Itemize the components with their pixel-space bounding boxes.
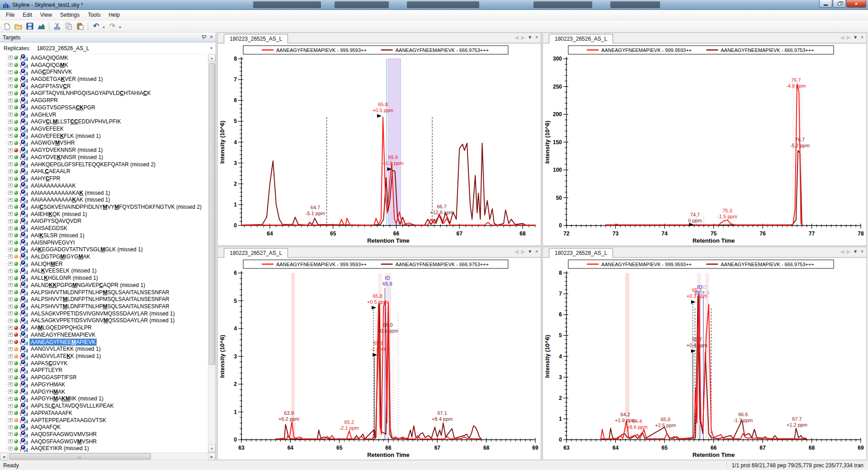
peptide-row[interactable]: +PYAAIKSLSR (missed 1) — [0, 232, 208, 239]
tree-horizontal-scrollbar[interactable]: ◀ ▶ — [0, 452, 216, 460]
peptide-row[interactable]: +PYAAGGTVSGPSSACKPGR — [0, 104, 208, 111]
expand-icon[interactable]: + — [9, 319, 13, 323]
peptide-row[interactable]: +PYAALSAGKVPPETIDSVIVGNVMQSSSDAAYLAR (mi… — [0, 310, 208, 317]
menu-item-help[interactable]: Help — [104, 10, 124, 19]
peptide-row[interactable]: +PYAAGAQIQGMK — [0, 61, 208, 69]
copy-button[interactable] — [63, 21, 74, 31]
undo-button[interactable]: ↶ — [91, 21, 101, 31]
expand-icon[interactable]: + — [9, 226, 13, 230]
expand-icon[interactable]: + — [9, 177, 13, 181]
peptide-row[interactable]: +PYAAGAQIQGMK — [0, 54, 208, 61]
peptide-row[interactable]: +PYAAPLSLCALTAVDQSVLLLKPEAK — [0, 402, 208, 409]
scroll-right-button[interactable]: ▶ — [208, 453, 216, 461]
expand-icon[interactable]: + — [9, 105, 13, 109]
expand-icon[interactable]: + — [9, 418, 13, 422]
expand-icon[interactable]: + — [9, 63, 13, 67]
peptide-row[interactable]: +PYAAGCDFNNVVK — [0, 68, 208, 75]
expand-icon[interactable]: + — [9, 446, 13, 451]
peptide-row[interactable]: +PYAAGGRPR — [0, 97, 208, 104]
close-pane-icon[interactable]: × — [535, 35, 538, 40]
expand-icon[interactable]: + — [9, 91, 13, 95]
peptide-row[interactable]: +PYAAPGYHMAKMIIK (missed 1) — [0, 395, 208, 403]
replicate-tab[interactable]: 180223_26528_AS_L — [549, 248, 613, 258]
peptide-row[interactable]: +PYAANGVVLATEKK (missed 1) — [0, 352, 208, 360]
menu-dropdown-icon[interactable]: ▼ — [853, 249, 858, 254]
peptide-row[interactable]: +PYAALPSHVVTMLDNFPTNLHPMSQLSAAITALNSESNF… — [0, 296, 208, 303]
open-button[interactable] — [13, 21, 24, 31]
targets-close-icon[interactable]: × — [210, 35, 213, 40]
peptide-row[interactable]: +PYAANEAGYFNEEMAPIEVK — [0, 331, 208, 338]
peptide-row[interactable]: +PYAANGVVLATEKK (missed 1) — [0, 345, 208, 352]
expand-icon[interactable]: + — [9, 155, 13, 159]
expand-icon[interactable]: + — [9, 397, 13, 401]
expand-icon[interactable]: + — [9, 70, 13, 74]
peptide-row[interactable]: +PYAAISNPNVEGVYI — [0, 239, 208, 246]
redo-button[interactable]: ↷ — [107, 21, 118, 31]
peptide-row[interactable]: +PYAAGHLVR — [0, 111, 208, 118]
menu-item-edit[interactable]: Edit — [19, 10, 36, 19]
peptide-row[interactable]: +PYAAICSGKVEIVAINDPFIDLNYMVYMFQYDSTHGKFN… — [0, 203, 208, 211]
peptide-row[interactable]: +PYAAIAAAAAAAAAKAK (missed 1) — [0, 196, 208, 203]
expand-icon[interactable]: + — [9, 432, 13, 436]
peptide-row[interactable]: +PYAAIAAAAAAAAAK — [0, 182, 208, 189]
expand-icon[interactable]: + — [9, 169, 13, 174]
next-tab-icon[interactable]: ▷ — [847, 35, 850, 40]
expand-icon[interactable]: + — [9, 297, 13, 301]
expand-icon[interactable]: + — [9, 191, 13, 195]
peptide-row[interactable]: +PYAAGYDVEKNNSR (missed 1) — [0, 146, 208, 154]
expand-icon[interactable]: + — [9, 382, 13, 386]
peptide-row[interactable]: +PYAAPTEPPEAPEATAAGGVTSK — [0, 417, 208, 424]
prev-tab-icon[interactable]: ◁ — [515, 35, 518, 40]
minimize-button[interactable] — [819, 0, 832, 8]
peptide-row[interactable]: +PYAALNDKKPGPGMNGAVEPCAQPR (missed 1) — [0, 282, 208, 289]
peptide-row[interactable]: +PYAAQAAFQK — [0, 423, 208, 431]
close-pane-icon[interactable]: × — [861, 249, 863, 254]
new-document-button[interactable] — [2, 21, 12, 31]
restore-button[interactable] — [833, 0, 846, 8]
prev-tab-icon[interactable]: ◁ — [840, 249, 844, 254]
replicate-tab[interactable]: 180223_26526_AS_L — [549, 34, 613, 43]
expand-icon[interactable]: + — [9, 425, 13, 429]
expand-icon[interactable]: + — [9, 212, 13, 216]
close-button[interactable]: × — [846, 0, 866, 8]
expand-icon[interactable]: + — [9, 326, 13, 330]
next-tab-icon[interactable]: ▷ — [521, 249, 524, 254]
scrollbar-thumb[interactable] — [209, 63, 215, 365]
import-results-button[interactable] — [36, 21, 46, 31]
tree-vertical-scrollbar[interactable]: ▲ ▼ — [208, 54, 216, 452]
menu-item-tools[interactable]: Tools — [84, 10, 104, 19]
next-tab-icon[interactable]: ▷ — [521, 35, 524, 40]
expand-icon[interactable]: + — [9, 311, 13, 315]
expand-icon[interactable]: + — [9, 361, 13, 365]
peptide-row[interactable]: +PYAAKEGGADGVTATNTVSGLMGLK (missed 1) — [0, 246, 208, 253]
expand-icon[interactable]: + — [9, 347, 13, 351]
peptide-row[interactable]: +PYAALLKHGLGNR (missed 1) — [0, 274, 208, 282]
expand-icon[interactable]: + — [9, 99, 13, 103]
peptide-row[interactable]: +PYAAPPATAAAAFK — [0, 409, 208, 417]
expand-icon[interactable]: + — [9, 84, 13, 88]
peptide-row[interactable]: +PYAAPGYHMAK — [0, 381, 208, 388]
next-tab-icon[interactable]: ▷ — [847, 249, 850, 254]
expand-icon[interactable]: + — [9, 411, 13, 415]
expand-icon[interactable]: + — [9, 120, 13, 124]
peptide-row[interactable]: +PYAAQEEYIKR (missed 1) — [0, 445, 208, 452]
peptide-row[interactable]: +PYAAIGPYSQAVQVDR — [0, 218, 208, 225]
expand-icon[interactable]: + — [9, 148, 13, 152]
expand-icon[interactable]: + — [9, 183, 13, 188]
menu-item-view[interactable]: View — [36, 10, 56, 19]
peptide-row[interactable]: +PYAALPSHVVTMLDNFPTNLHPMSQLSAAITALNSESNF… — [0, 289, 208, 296]
menu-dropdown-icon[interactable]: ▼ — [528, 249, 532, 254]
prev-tab-icon[interactable]: ◁ — [840, 35, 844, 40]
expand-icon[interactable]: + — [9, 205, 13, 209]
chromatogram-chart[interactable]: 63646566676869012345678Retention TimeInt… — [543, 258, 866, 461]
pin-icon[interactable] — [201, 35, 206, 40]
peptide-row[interactable]: +PYAAPGYHMAK — [0, 388, 208, 395]
expand-icon[interactable]: + — [9, 368, 13, 372]
chromatogram-chart[interactable]: 6465666768012345678Retention TimeIntensi… — [218, 43, 541, 246]
expand-icon[interactable]: + — [9, 269, 13, 273]
menu-dropdown-icon[interactable]: ▼ — [528, 35, 532, 40]
peptide-row[interactable]: +PYAAGFTAQVIILNHPGQISAGYAPVLDCHTAHIACK — [0, 90, 208, 97]
expand-icon[interactable]: + — [9, 134, 13, 138]
peptide-row[interactable]: +PYAAPFTLEYR — [0, 367, 208, 374]
redo-dropdown-arrow[interactable]: ▼ — [118, 26, 122, 29]
